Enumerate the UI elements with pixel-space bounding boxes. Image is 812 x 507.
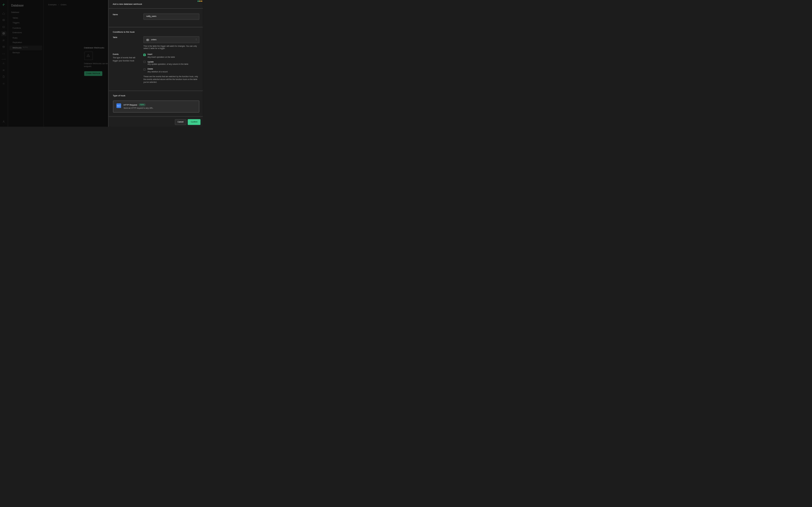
name-label: Name [113,13,139,15]
confirm-button[interactable]: Confirm [188,119,200,125]
table-label: Table [113,36,139,39]
checkbox-desc: Any deletion of a record [147,70,199,73]
section-name: Name [109,9,203,27]
table-value: orders [151,39,156,41]
checkbox-icon[interactable] [144,61,146,63]
events-label: Events [113,53,139,55]
checkbox-insert[interactable]: Insert Any insert operation on the table [144,53,199,58]
cancel-button[interactable]: Cancel [174,119,186,125]
table-helper: This is the table the trigger will watch… [144,45,199,50]
checkbox-icon[interactable] [144,54,146,56]
alpha-badge: Alpha [139,104,146,107]
checkbox-update[interactable]: Update Any update operation, of any colu… [144,61,199,66]
checkbox-delete[interactable]: Delete Any deletion of a record [144,68,199,73]
hook-desc: Send an HTTP request to any URL. [123,107,153,109]
drawer-title: Add a new database webhook [109,0,203,9]
drawer-footer: Cancel Confirm [109,116,203,127]
checkbox-label: Insert [147,53,199,55]
svg-rect-20 [146,39,149,41]
conditions-title: Conditions to fire hook [113,31,199,33]
chevron-updown-icon [195,38,197,41]
hook-type-title: Type of hook [113,95,199,97]
checkbox-label: Update [147,61,199,63]
modal-overlay[interactable]: Add a new database webhook Name [0,0,203,127]
http-icon: https:// [116,104,121,108]
webhook-drawer: Add a new database webhook Name [108,0,203,127]
section-hook-type: Type of hook https:// HTTP Request Alpha… [109,91,203,116]
table-icon [146,38,149,41]
checkbox-desc: Any insert operation on the table [147,56,199,58]
hook-option-http[interactable]: https:// HTTP Request Alpha Send an HTTP… [113,100,199,113]
checkbox-desc: Any update operation, of any column in t… [147,63,199,65]
hook-title: HTTP Request [123,104,137,106]
traffic-lights [198,1,202,2]
webhook-name-input[interactable] [144,13,199,20]
events-hint: The type of events that will trigger you… [113,57,139,62]
table-select[interactable]: orders [144,36,199,43]
hook-option-supabase: Supabase Function Coming soon Choose a S… [113,115,199,116]
checkbox-label: Delete [147,68,199,70]
section-conditions: Conditions to fire hook Table orders [109,27,203,91]
events-helper: These are the events that are watched by… [144,75,199,83]
checkbox-icon[interactable] [144,68,146,70]
